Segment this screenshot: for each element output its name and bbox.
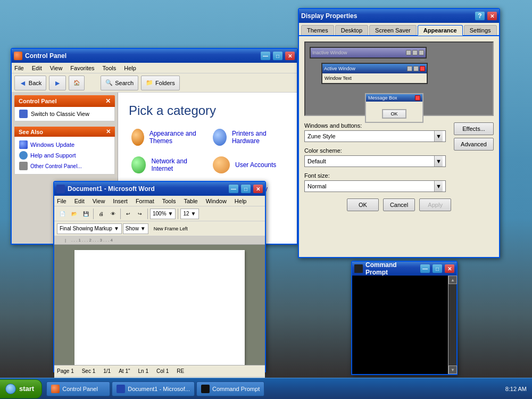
- cp-panel-header: Control Panel ✕: [14, 95, 115, 107]
- cmd-maximize[interactable]: □: [433, 264, 442, 273]
- word-menu-format[interactable]: Format: [136, 198, 154, 204]
- active-title: Active Window: [324, 66, 355, 71]
- word-menu-insert[interactable]: Insert: [113, 198, 128, 204]
- color-scheme-select[interactable]: Default ▼: [304, 155, 446, 167]
- control-panel-minimize[interactable]: —: [261, 52, 270, 60]
- new-frame-btn[interactable]: New Frame Left: [149, 223, 192, 234]
- toolbar-sep-2: [120, 209, 121, 219]
- taskbar-cmd[interactable]: Command Prompt: [196, 381, 264, 396]
- color-scheme-arrow[interactable]: ▼: [434, 156, 443, 167]
- printers-label: Printers and Hardware: [232, 130, 284, 145]
- ok-button[interactable]: OK: [347, 198, 379, 211]
- menu-edit[interactable]: Edit: [32, 65, 42, 71]
- network-label: Network and Internet: [151, 157, 202, 172]
- tab-screensaver[interactable]: Screen Saver: [369, 25, 417, 35]
- zoom-dropdown[interactable]: 100% ▼: [150, 209, 176, 219]
- see-also-content: Windows Update Help and Support Other Co…: [14, 137, 115, 174]
- see-also-header: See Also ✕: [14, 127, 115, 137]
- classic-view-icon: [19, 110, 28, 118]
- font-size-arrow[interactable]: ▼: [434, 181, 443, 192]
- undo-btn[interactable]: ↩: [123, 209, 134, 219]
- effects-button[interactable]: Effects...: [454, 122, 494, 135]
- back-label: Back: [29, 80, 41, 86]
- see-also-label: See Also: [19, 129, 43, 135]
- zoom-value: 100%: [153, 211, 167, 217]
- word-menu-table[interactable]: Table: [184, 198, 197, 204]
- folders-button[interactable]: 📁 Folders: [141, 76, 180, 90]
- category-users[interactable]: User Accounts: [210, 154, 286, 176]
- font-size-row: Font size: Normal ▼: [304, 172, 446, 192]
- menu-tools[interactable]: Tools: [103, 65, 117, 71]
- word-maximize[interactable]: □: [241, 185, 251, 193]
- open-btn[interactable]: 📂: [69, 209, 79, 219]
- other-options-link[interactable]: Other Control Panel...: [19, 161, 110, 171]
- tab-settings[interactable]: Settings: [464, 25, 497, 35]
- options-icon: [19, 162, 28, 170]
- preview-ok-button[interactable]: OK: [382, 109, 406, 119]
- word-menu-window[interactable]: Window: [206, 198, 227, 204]
- word-menu-tools[interactable]: Tools: [162, 198, 176, 204]
- category-appearance[interactable]: Appearance and Themes: [129, 126, 205, 148]
- word-menu-view[interactable]: View: [93, 198, 105, 204]
- menu-view[interactable]: View: [50, 65, 63, 71]
- apply-button[interactable]: Apply: [419, 198, 451, 211]
- category-printers[interactable]: Printers and Hardware: [210, 126, 286, 148]
- control-panel-toolbar: ◄ Back ► 🏠 🔍 Search 📁 Folders: [12, 73, 297, 93]
- cancel-button[interactable]: Cancel: [383, 198, 415, 211]
- save-btn[interactable]: 💾: [80, 209, 91, 219]
- show-dropdown[interactable]: Show ▼: [123, 223, 148, 234]
- switch-label: Switch to Classic View: [31, 111, 89, 117]
- font-size-value: Normal: [307, 183, 326, 189]
- folders-icon: 📁: [146, 79, 153, 86]
- print-btn[interactable]: 🖨: [96, 209, 106, 219]
- redo-btn[interactable]: ↪: [135, 209, 145, 219]
- display-props-close[interactable]: ✕: [487, 12, 497, 20]
- word-menu-file[interactable]: File: [57, 198, 66, 204]
- control-panel-maximize[interactable]: □: [273, 52, 282, 60]
- menu-favorites[interactable]: Favorites: [70, 65, 94, 71]
- word-menu-edit[interactable]: Edit: [74, 198, 85, 204]
- forward-button[interactable]: ►: [49, 76, 66, 90]
- windows-buttons-arrow[interactable]: ▼: [434, 131, 443, 142]
- windows-update-link[interactable]: Windows Update: [19, 139, 110, 150]
- font-size-label: Font size:: [304, 172, 446, 179]
- printers-icon: [213, 129, 227, 146]
- markup-dropdown[interactable]: Final Showing Markup ▼: [57, 223, 122, 234]
- fontsize-dropdown[interactable]: 12 ▼: [180, 209, 198, 219]
- new-doc-btn[interactable]: 📄: [57, 209, 68, 219]
- control-panel-close[interactable]: ✕: [285, 52, 295, 60]
- inactive-title: Inactive Window: [312, 50, 347, 55]
- windows-buttons-select[interactable]: Zune Style ▼: [304, 130, 446, 142]
- category-network[interactable]: Network and Internet: [129, 154, 205, 176]
- taskbar-word-label: Document1 - Microsof...: [128, 386, 190, 392]
- preview-btn[interactable]: 👁: [107, 209, 118, 219]
- tab-desktop[interactable]: Desktop: [335, 25, 368, 35]
- history-button[interactable]: 🏠: [69, 76, 85, 90]
- back-button[interactable]: ◄ Back: [14, 76, 46, 90]
- font-size-select[interactable]: Normal ▼: [304, 180, 446, 192]
- help-support-link[interactable]: Help and Support: [19, 150, 110, 161]
- switch-classic-view[interactable]: Switch to Classic View: [14, 107, 115, 121]
- search-button[interactable]: 🔍 Search: [101, 76, 138, 90]
- preview-active-close: [420, 66, 425, 71]
- tab-themes[interactable]: Themes: [301, 25, 334, 35]
- menu-file[interactable]: File: [14, 65, 24, 71]
- cmd-close[interactable]: ✕: [445, 264, 454, 273]
- cmd-minimize[interactable]: —: [420, 264, 430, 273]
- cmd-scrollbar[interactable]: ▲ ▼: [448, 276, 456, 374]
- cmd-scroll-down[interactable]: ▼: [448, 365, 457, 374]
- inactive-window-preview: Inactive Window Active Window: [310, 47, 427, 59]
- help-button[interactable]: ?: [475, 12, 485, 20]
- cmd-body[interactable]: ▲ ▼: [352, 276, 456, 374]
- cmd-scroll-up[interactable]: ▲: [448, 276, 457, 284]
- menu-help[interactable]: Help: [124, 65, 136, 71]
- taskbar-control-panel[interactable]: Control Panel: [46, 381, 110, 396]
- taskbar-items: Control Panel Document1 - Microsof... Co…: [44, 381, 500, 396]
- word-minimize[interactable]: —: [229, 185, 238, 193]
- start-button[interactable]: start: [0, 379, 42, 398]
- taskbar-word[interactable]: Document1 - Microsof...: [112, 381, 195, 396]
- tab-appearance[interactable]: Appearance: [418, 25, 463, 36]
- word-menu-help[interactable]: Help: [235, 198, 247, 204]
- word-close[interactable]: ✕: [253, 185, 263, 193]
- advanced-button[interactable]: Advanced: [454, 138, 494, 151]
